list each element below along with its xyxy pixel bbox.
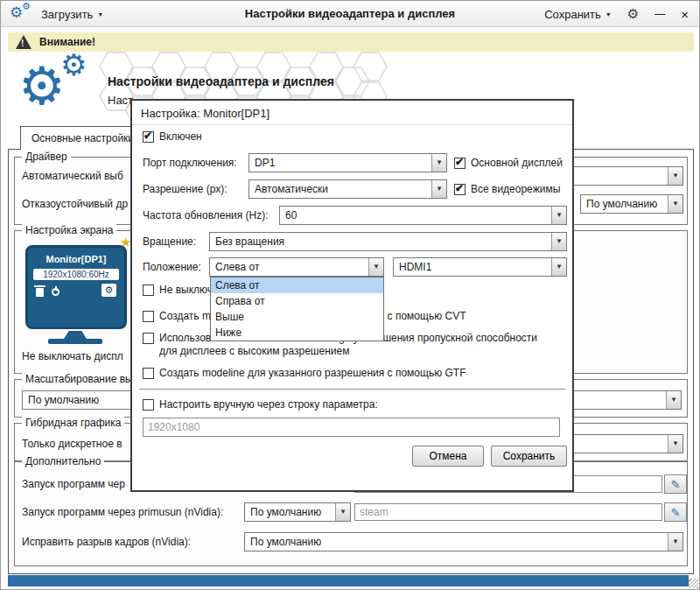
failsafe-driver-dropdown[interactable]: По умолчанию ▼ <box>580 194 683 214</box>
cancel-button[interactable]: Отмена <box>412 446 484 467</box>
chevron-down-icon: ▼ <box>606 11 612 18</box>
check-icon: ✔ <box>455 182 464 194</box>
load-button[interactable]: Загрузить ▼ <box>41 8 103 21</box>
tearing-value: По умолчанию <box>250 533 666 551</box>
port-dropdown[interactable]: DP1 ▼ <box>248 153 447 172</box>
dropdown-arrow-button[interactable]: ▼ <box>431 154 446 172</box>
title-bar: ⚙ ⚙ Загрузить ▼ Настройки видеоадаптера … <box>1 1 699 27</box>
small-gear-icon: ⚙ <box>60 50 87 80</box>
monitor-mode: 1920x1080:60Hz <box>33 269 119 280</box>
enabled-label: Включен <box>159 130 202 144</box>
dropdown-arrow-button[interactable]: ▼ <box>668 167 682 185</box>
no-poweroff-checkbox-row[interactable]: Не выключ <box>143 284 213 297</box>
chevron-down-icon: ▼ <box>672 537 679 545</box>
primus-edit-button[interactable]: ✎ <box>664 502 687 522</box>
divider <box>132 124 572 125</box>
position-option[interactable]: Справа от <box>211 293 383 309</box>
tearing-label: Исправить разрыв кадров (nVidia): <box>22 532 191 551</box>
gtf-checkbox-row[interactable]: Создать modeline для указанного разрешен… <box>143 367 466 380</box>
dialog-save-button[interactable]: Сохранить <box>491 446 567 467</box>
gear-icon: ⚙ <box>22 2 31 11</box>
dropdown-arrow-button[interactable]: ▼ <box>335 503 350 521</box>
app-logo-gears-icon: ⚙ ⚙ <box>10 3 34 25</box>
gear-icon: ⚙ <box>10 5 23 20</box>
trash-icon[interactable] <box>36 288 44 297</box>
chevron-down-icon: ▼ <box>672 439 679 447</box>
position-option[interactable]: Слева от <box>211 277 383 293</box>
checkbox[interactable]: ✔ <box>454 158 466 169</box>
primary-display-checkbox-row[interactable]: ✔ Основной дисплей <box>454 157 563 170</box>
position-option[interactable]: Ниже <box>211 325 383 341</box>
dropdown-arrow-button[interactable]: ▼ <box>368 258 383 276</box>
rotation-value: Без вращения <box>215 233 550 250</box>
relative-display-dropdown[interactable]: HDMI1 ▼ <box>393 257 567 277</box>
checkbox[interactable] <box>143 368 154 379</box>
dropdown-arrow-button[interactable]: ▼ <box>666 391 681 409</box>
checkbox[interactable]: ✔ <box>454 184 466 195</box>
close-button[interactable]: × <box>681 7 689 22</box>
refresh-value: 60 <box>285 207 550 224</box>
refresh-label: Частота обновления (Hz): <box>143 206 269 225</box>
chevron-down-icon: ▼ <box>556 263 563 270</box>
big-gear-icon: ⚙ <box>18 60 66 113</box>
refresh-dropdown[interactable]: 60 ▼ <box>279 206 567 225</box>
run-programs-edit-button[interactable]: ✎ <box>664 474 687 494</box>
manual-label: Настроить вручную через строку параметра… <box>159 398 378 411</box>
pencil-icon: ✎ <box>671 506 681 519</box>
primus-input[interactable] <box>354 503 662 521</box>
checkbox[interactable] <box>143 311 154 322</box>
resize-grip[interactable] <box>689 579 698 588</box>
failsafe-driver-value: По умолчанию <box>586 195 666 213</box>
extra-group-legend: Дополнительно <box>22 455 104 467</box>
resolution-dropdown[interactable]: Автоматически ▼ <box>248 179 447 199</box>
dropdown-arrow-button[interactable]: ▼ <box>551 233 566 250</box>
power-icon[interactable] <box>52 288 60 296</box>
manual-checkbox-row[interactable]: Настроить вручную через строку параметра… <box>143 398 378 411</box>
check-icon: ✔ <box>144 130 152 142</box>
monitor-name: Monitor[DP1] <box>28 254 124 264</box>
port-value: DP1 <box>255 154 430 172</box>
chevron-down-icon: ▼ <box>436 185 443 193</box>
screen-group-legend: Настройка экрана <box>22 224 116 236</box>
pencil-icon: ✎ <box>671 478 681 491</box>
hybrid-label: Только дискретное в <box>22 434 122 453</box>
dropdown-arrow-button[interactable]: ▼ <box>431 180 446 198</box>
minimize-button[interactable]: — <box>654 8 665 20</box>
auto-driver-label: Автоматический выб <box>22 166 123 186</box>
divider <box>139 389 565 390</box>
checkbox[interactable] <box>143 284 154 296</box>
chevron-down-icon: ▼ <box>672 200 679 207</box>
chevron-down-icon: ▼ <box>672 172 679 179</box>
rotation-dropdown[interactable]: Без вращения ▼ <box>209 232 567 251</box>
tab-main-settings[interactable]: Основные настройки <box>20 126 145 150</box>
position-dropdown[interactable]: Слева от ▼ <box>209 257 384 277</box>
gtf-label: Создать modeline для указанного разрешен… <box>159 367 466 380</box>
load-button-label: Загрузить <box>41 8 93 21</box>
tearing-dropdown[interactable]: По умолчанию ▼ <box>244 532 683 551</box>
save-button[interactable]: Сохранить ▼ <box>544 8 612 21</box>
check-icon: ✔ <box>455 156 464 168</box>
settings-gear-icon[interactable]: ⚙ <box>627 6 639 22</box>
dropdown-arrow-button[interactable]: ▼ <box>668 533 682 551</box>
save-button-label: Сохранить <box>544 8 601 21</box>
chevron-down-icon: ▼ <box>670 396 677 404</box>
dropdown-arrow-button[interactable]: ▼ <box>551 258 566 276</box>
primus-dropdown[interactable]: По умолчанию ▼ <box>244 502 351 522</box>
dropdown-arrow-button[interactable]: ▼ <box>668 195 682 213</box>
chevron-down-icon: ▼ <box>373 263 380 270</box>
checkbox[interactable]: ✔ <box>143 131 154 143</box>
enabled-checkbox-row[interactable]: ✔ Включен <box>143 130 202 144</box>
checkbox[interactable] <box>143 333 154 344</box>
dropdown-arrow-button[interactable]: ▼ <box>668 435 682 453</box>
resolution-value: Автоматически <box>255 180 430 198</box>
chevron-down-icon: ▼ <box>436 158 443 166</box>
all-modes-checkbox-row[interactable]: ✔ Все видеорежимы <box>454 183 560 196</box>
position-option[interactable]: Выше <box>211 309 383 325</box>
checkbox[interactable] <box>143 399 154 411</box>
chevron-down-icon: ▼ <box>556 237 563 245</box>
dropdown-arrow-button[interactable]: ▼ <box>551 207 566 224</box>
monitor-settings-gear-icon[interactable]: ⚙ <box>102 284 116 297</box>
port-label: Порт подключения: <box>143 153 237 172</box>
monitor-widget[interactable]: Monitor[DP1] 1920x1080:60Hz ⚙ <box>25 245 127 329</box>
manual-mode-input[interactable] <box>143 418 560 437</box>
